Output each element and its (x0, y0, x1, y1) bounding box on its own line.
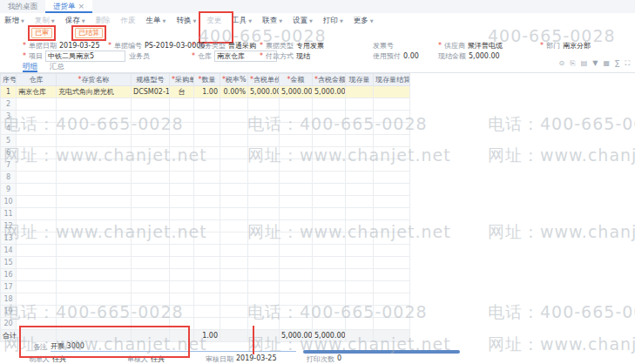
grid-cell[interactable] (346, 306, 374, 318)
grid-cell[interactable] (194, 220, 220, 233)
row-number-cell[interactable]: 11 (1, 208, 17, 220)
grid-cell[interactable] (194, 306, 220, 318)
grid-cell[interactable] (374, 306, 410, 318)
grid-cell[interactable] (57, 147, 132, 159)
grid-cell[interactable] (170, 293, 194, 306)
grid-cell[interactable] (57, 208, 132, 220)
grid-cell[interactable] (194, 159, 220, 172)
grid-cell[interactable] (132, 147, 170, 159)
grid-cell[interactable] (194, 98, 220, 111)
grid-cell[interactable] (346, 123, 374, 135)
grid-cell[interactable] (17, 306, 57, 318)
grid-cell[interactable] (346, 98, 374, 111)
field-value-单据日期[interactable]: 2019-03-25 (59, 42, 100, 50)
field-value-使用预付[interactable]: 0.00 (403, 52, 419, 60)
grid-cell[interactable] (17, 293, 57, 306)
field-value-付款方式[interactable]: 现结 (296, 51, 310, 61)
grid-cell[interactable] (313, 220, 346, 233)
grid-cell[interactable]: 0.00% (220, 86, 248, 98)
grid-cell[interactable] (57, 196, 132, 208)
grid-cell[interactable] (374, 147, 410, 159)
grid-cell[interactable] (170, 147, 194, 159)
copy-icon[interactable]: ⎘ (570, 59, 575, 68)
grid-cell[interactable] (280, 196, 313, 208)
grid-cell[interactable] (374, 220, 410, 233)
grid-cell[interactable] (374, 293, 410, 306)
grid-cell[interactable] (17, 245, 57, 257)
sum-icon[interactable]: ∑ (615, 59, 619, 68)
row-number-cell[interactable]: 14 (1, 245, 17, 257)
grid-cell[interactable] (132, 306, 170, 318)
grid-cell[interactable] (132, 293, 170, 306)
grid-cell[interactable] (313, 184, 346, 196)
grid-cell[interactable] (57, 293, 132, 306)
grid-cell[interactable] (194, 147, 220, 159)
grid-cell[interactable] (132, 159, 170, 172)
field-value-供应商[interactable]: 聚洋普电缆 (468, 41, 503, 51)
grid-cell[interactable] (17, 220, 57, 233)
grid-cell[interactable]: 1.00 (194, 86, 220, 98)
grid-cell[interactable] (17, 111, 57, 123)
grid-cell[interactable] (194, 233, 220, 245)
grid-cell[interactable] (280, 293, 313, 306)
grid-cell[interactable] (17, 135, 57, 147)
grid-cell[interactable] (132, 111, 170, 123)
grid-cell[interactable] (346, 135, 374, 147)
grid-cell[interactable] (313, 306, 346, 318)
row-number-cell[interactable]: 20 (1, 318, 17, 330)
grid-cell[interactable] (220, 257, 248, 269)
grid-cell[interactable] (17, 147, 57, 159)
grid-cell[interactable] (280, 281, 313, 293)
horizontal-scrollbar[interactable] (303, 350, 460, 354)
grid-cell[interactable] (170, 111, 194, 123)
grid-cell[interactable] (374, 233, 410, 245)
row-number-cell[interactable]: 18 (1, 293, 17, 306)
grid-cell[interactable] (194, 111, 220, 123)
grid-cell[interactable] (170, 269, 194, 281)
grid-cell[interactable] (346, 245, 374, 257)
grid-cell[interactable] (132, 220, 170, 233)
grid-cell[interactable] (57, 220, 132, 233)
grid-cell[interactable] (57, 233, 132, 245)
grid-cell[interactable] (248, 184, 280, 196)
grid-cell[interactable] (170, 184, 194, 196)
grid-cell[interactable] (280, 184, 313, 196)
grid-cell[interactable] (170, 220, 194, 233)
grid-cell[interactable] (57, 318, 132, 330)
grid-cell[interactable] (57, 257, 132, 269)
grid-cell[interactable] (132, 257, 170, 269)
grid-cell[interactable] (313, 233, 346, 245)
grid-cell[interactable] (17, 257, 57, 269)
grid-cell[interactable] (280, 159, 313, 172)
grid-cell[interactable] (57, 281, 132, 293)
tab-summary[interactable]: 汇总 (50, 61, 64, 72)
grid-cell[interactable] (374, 111, 410, 123)
row-number-cell[interactable]: 16 (1, 269, 17, 281)
grid-cell[interactable] (346, 184, 374, 196)
grid-cell[interactable] (194, 318, 220, 330)
grid-cell[interactable] (194, 135, 220, 147)
field-value-业务类型[interactable]: 普通采购 (228, 41, 256, 51)
grid-cell[interactable] (57, 123, 132, 135)
grid-cell[interactable] (57, 245, 132, 257)
grid-cell[interactable] (220, 98, 248, 111)
grid-cell[interactable] (313, 208, 346, 220)
grid-cell[interactable] (17, 184, 57, 196)
grid-cell[interactable] (248, 196, 280, 208)
grid-cell[interactable] (57, 184, 132, 196)
grid-cell[interactable] (374, 135, 410, 147)
grid-cell[interactable] (248, 245, 280, 257)
grid-cell[interactable] (170, 208, 194, 220)
grid-cell[interactable] (280, 220, 313, 233)
filter-icon[interactable]: ▼ (592, 59, 598, 68)
row-number-cell[interactable]: 12 (1, 220, 17, 233)
grid-cell[interactable] (280, 269, 313, 281)
grid-cell[interactable] (313, 196, 346, 208)
grid-cell[interactable] (170, 172, 194, 184)
grid-cell[interactable] (248, 123, 280, 135)
row-number-cell[interactable]: 4 (1, 123, 17, 135)
grid-cell[interactable] (132, 233, 170, 245)
grid-cell[interactable] (220, 159, 248, 172)
grid-cell[interactable] (220, 269, 248, 281)
grid-cell[interactable] (280, 147, 313, 159)
